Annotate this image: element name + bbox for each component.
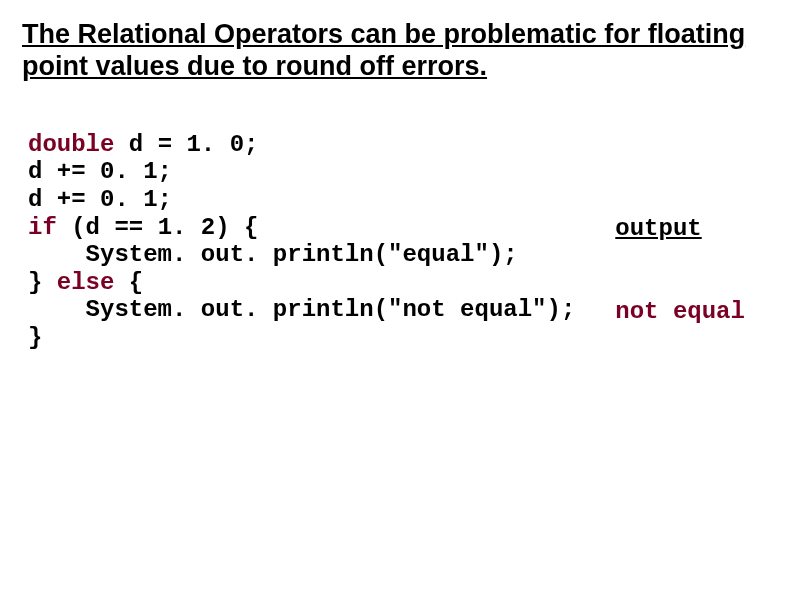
code-line-4-rest: (d == 1. 2) { [57, 214, 259, 241]
code-line-2: d += 0. 1; [28, 158, 172, 185]
output-column: output not equal [615, 131, 745, 326]
slide: The Relational Operators can be problema… [0, 0, 794, 595]
keyword-else: else [57, 269, 115, 296]
keyword-if: if [28, 214, 57, 241]
code-line-8: } [28, 324, 42, 351]
code-line-3: d += 0. 1; [28, 186, 172, 213]
output-value: not equal [615, 298, 745, 326]
slide-title: The Relational Operators can be problema… [22, 18, 772, 83]
code-line-5: System. out. println("equal"); [28, 241, 518, 268]
code-line-6a: } [28, 269, 57, 296]
code-line-7: System. out. println("not equal"); [28, 296, 575, 323]
code-line-1-rest: d = 1. 0; [114, 131, 258, 158]
output-heading: output [615, 215, 745, 243]
keyword-double: double [28, 131, 114, 158]
code-line-6b: { [114, 269, 143, 296]
content-row: double d = 1. 0; d += 0. 1; d += 0. 1; i… [22, 131, 772, 352]
code-block: double d = 1. 0; d += 0. 1; d += 0. 1; i… [22, 131, 575, 352]
